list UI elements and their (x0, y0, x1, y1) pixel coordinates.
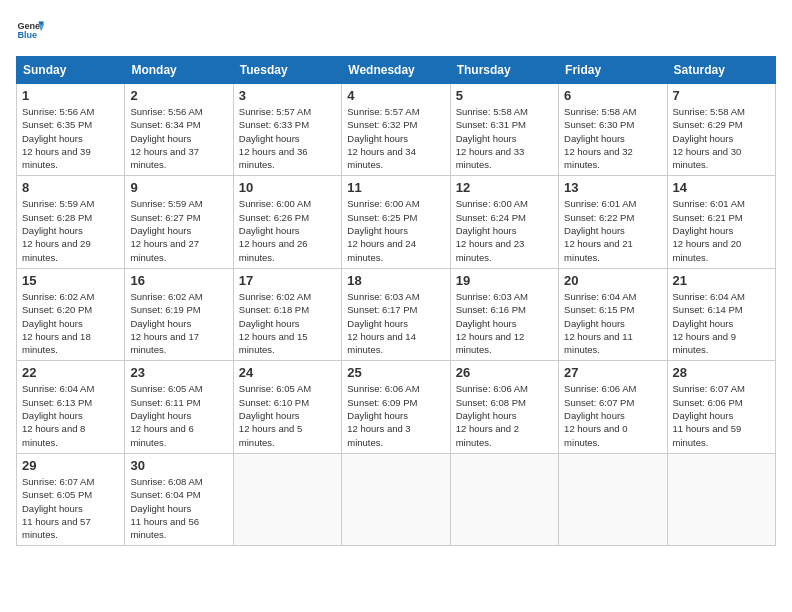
day-info: Sunrise: 6:08 AMSunset: 6:04 PMDaylight … (130, 475, 227, 541)
day-info: Sunrise: 6:03 AMSunset: 6:17 PMDaylight … (347, 290, 444, 356)
day-number: 27 (564, 365, 661, 380)
day-number: 3 (239, 88, 336, 103)
day-number: 2 (130, 88, 227, 103)
day-number: 11 (347, 180, 444, 195)
page-header: General Blue (16, 16, 776, 44)
day-number: 13 (564, 180, 661, 195)
day-number: 12 (456, 180, 553, 195)
day-info: Sunrise: 5:59 AMSunset: 6:27 PMDaylight … (130, 197, 227, 263)
day-number: 16 (130, 273, 227, 288)
svg-text:Blue: Blue (17, 30, 37, 40)
calendar-header-row: SundayMondayTuesdayWednesdayThursdayFrid… (17, 57, 776, 84)
calendar-day-16: 16 Sunrise: 6:02 AMSunset: 6:19 PMDaylig… (125, 268, 233, 360)
day-number: 20 (564, 273, 661, 288)
day-info: Sunrise: 5:59 AMSunset: 6:28 PMDaylight … (22, 197, 119, 263)
calendar-day-22: 22 Sunrise: 6:04 AMSunset: 6:13 PMDaylig… (17, 361, 125, 453)
day-number: 28 (673, 365, 770, 380)
day-info: Sunrise: 5:58 AMSunset: 6:31 PMDaylight … (456, 105, 553, 171)
day-number: 25 (347, 365, 444, 380)
day-info: Sunrise: 5:56 AMSunset: 6:35 PMDaylight … (22, 105, 119, 171)
day-info: Sunrise: 5:58 AMSunset: 6:30 PMDaylight … (564, 105, 661, 171)
calendar-header-sunday: Sunday (17, 57, 125, 84)
day-number: 10 (239, 180, 336, 195)
calendar-day-13: 13 Sunrise: 6:01 AMSunset: 6:22 PMDaylig… (559, 176, 667, 268)
logo-icon: General Blue (16, 16, 44, 44)
day-info: Sunrise: 6:07 AMSunset: 6:06 PMDaylight … (673, 382, 770, 448)
day-info: Sunrise: 6:06 AMSunset: 6:08 PMDaylight … (456, 382, 553, 448)
day-info: Sunrise: 6:02 AMSunset: 6:20 PMDaylight … (22, 290, 119, 356)
day-number: 1 (22, 88, 119, 103)
day-number: 4 (347, 88, 444, 103)
day-number: 17 (239, 273, 336, 288)
calendar-day-23: 23 Sunrise: 6:05 AMSunset: 6:11 PMDaylig… (125, 361, 233, 453)
day-number: 24 (239, 365, 336, 380)
calendar-day-15: 15 Sunrise: 6:02 AMSunset: 6:20 PMDaylig… (17, 268, 125, 360)
day-info: Sunrise: 5:58 AMSunset: 6:29 PMDaylight … (673, 105, 770, 171)
day-number: 26 (456, 365, 553, 380)
calendar-day-10: 10 Sunrise: 6:00 AMSunset: 6:26 PMDaylig… (233, 176, 341, 268)
calendar-day-3: 3 Sunrise: 5:57 AMSunset: 6:33 PMDayligh… (233, 84, 341, 176)
day-info: Sunrise: 6:04 AMSunset: 6:13 PMDaylight … (22, 382, 119, 448)
calendar-day-25: 25 Sunrise: 6:06 AMSunset: 6:09 PMDaylig… (342, 361, 450, 453)
day-info: Sunrise: 6:06 AMSunset: 6:09 PMDaylight … (347, 382, 444, 448)
day-number: 6 (564, 88, 661, 103)
calendar-day-1: 1 Sunrise: 5:56 AMSunset: 6:35 PMDayligh… (17, 84, 125, 176)
calendar-day-14: 14 Sunrise: 6:01 AMSunset: 6:21 PMDaylig… (667, 176, 775, 268)
calendar-day-5: 5 Sunrise: 5:58 AMSunset: 6:31 PMDayligh… (450, 84, 558, 176)
day-number: 29 (22, 458, 119, 473)
calendar-day-17: 17 Sunrise: 6:02 AMSunset: 6:18 PMDaylig… (233, 268, 341, 360)
day-number: 7 (673, 88, 770, 103)
day-info: Sunrise: 6:03 AMSunset: 6:16 PMDaylight … (456, 290, 553, 356)
calendar-day-8: 8 Sunrise: 5:59 AMSunset: 6:28 PMDayligh… (17, 176, 125, 268)
calendar-day-24: 24 Sunrise: 6:05 AMSunset: 6:10 PMDaylig… (233, 361, 341, 453)
day-number: 21 (673, 273, 770, 288)
calendar-day-20: 20 Sunrise: 6:04 AMSunset: 6:15 PMDaylig… (559, 268, 667, 360)
calendar-header-saturday: Saturday (667, 57, 775, 84)
day-number: 18 (347, 273, 444, 288)
day-info: Sunrise: 6:06 AMSunset: 6:07 PMDaylight … (564, 382, 661, 448)
calendar-header-tuesday: Tuesday (233, 57, 341, 84)
day-info: Sunrise: 6:00 AMSunset: 6:25 PMDaylight … (347, 197, 444, 263)
calendar-day-26: 26 Sunrise: 6:06 AMSunset: 6:08 PMDaylig… (450, 361, 558, 453)
calendar-row: 22 Sunrise: 6:04 AMSunset: 6:13 PMDaylig… (17, 361, 776, 453)
day-number: 9 (130, 180, 227, 195)
day-number: 14 (673, 180, 770, 195)
day-info: Sunrise: 6:04 AMSunset: 6:14 PMDaylight … (673, 290, 770, 356)
day-info: Sunrise: 6:00 AMSunset: 6:24 PMDaylight … (456, 197, 553, 263)
empty-cell (450, 453, 558, 545)
day-number: 15 (22, 273, 119, 288)
day-info: Sunrise: 5:57 AMSunset: 6:32 PMDaylight … (347, 105, 444, 171)
day-info: Sunrise: 5:57 AMSunset: 6:33 PMDaylight … (239, 105, 336, 171)
calendar-day-12: 12 Sunrise: 6:00 AMSunset: 6:24 PMDaylig… (450, 176, 558, 268)
day-info: Sunrise: 6:05 AMSunset: 6:11 PMDaylight … (130, 382, 227, 448)
calendar-row: 8 Sunrise: 5:59 AMSunset: 6:28 PMDayligh… (17, 176, 776, 268)
empty-cell (233, 453, 341, 545)
calendar-header-thursday: Thursday (450, 57, 558, 84)
calendar-day-2: 2 Sunrise: 5:56 AMSunset: 6:34 PMDayligh… (125, 84, 233, 176)
day-number: 19 (456, 273, 553, 288)
calendar-day-21: 21 Sunrise: 6:04 AMSunset: 6:14 PMDaylig… (667, 268, 775, 360)
calendar-day-7: 7 Sunrise: 5:58 AMSunset: 6:29 PMDayligh… (667, 84, 775, 176)
calendar-day-11: 11 Sunrise: 6:00 AMSunset: 6:25 PMDaylig… (342, 176, 450, 268)
day-info: Sunrise: 5:56 AMSunset: 6:34 PMDaylight … (130, 105, 227, 171)
calendar-row: 15 Sunrise: 6:02 AMSunset: 6:20 PMDaylig… (17, 268, 776, 360)
calendar-day-30: 30 Sunrise: 6:08 AMSunset: 6:04 PMDaylig… (125, 453, 233, 545)
day-info: Sunrise: 6:01 AMSunset: 6:22 PMDaylight … (564, 197, 661, 263)
calendar-day-4: 4 Sunrise: 5:57 AMSunset: 6:32 PMDayligh… (342, 84, 450, 176)
empty-cell (667, 453, 775, 545)
day-number: 30 (130, 458, 227, 473)
day-info: Sunrise: 6:07 AMSunset: 6:05 PMDaylight … (22, 475, 119, 541)
day-info: Sunrise: 6:01 AMSunset: 6:21 PMDaylight … (673, 197, 770, 263)
empty-cell (559, 453, 667, 545)
calendar-row: 1 Sunrise: 5:56 AMSunset: 6:35 PMDayligh… (17, 84, 776, 176)
logo: General Blue (16, 16, 48, 44)
calendar-day-27: 27 Sunrise: 6:06 AMSunset: 6:07 PMDaylig… (559, 361, 667, 453)
calendar-day-28: 28 Sunrise: 6:07 AMSunset: 6:06 PMDaylig… (667, 361, 775, 453)
day-info: Sunrise: 6:02 AMSunset: 6:18 PMDaylight … (239, 290, 336, 356)
calendar-day-29: 29 Sunrise: 6:07 AMSunset: 6:05 PMDaylig… (17, 453, 125, 545)
calendar-row: 29 Sunrise: 6:07 AMSunset: 6:05 PMDaylig… (17, 453, 776, 545)
calendar-day-19: 19 Sunrise: 6:03 AMSunset: 6:16 PMDaylig… (450, 268, 558, 360)
day-info: Sunrise: 6:02 AMSunset: 6:19 PMDaylight … (130, 290, 227, 356)
calendar-header-wednesday: Wednesday (342, 57, 450, 84)
day-info: Sunrise: 6:04 AMSunset: 6:15 PMDaylight … (564, 290, 661, 356)
